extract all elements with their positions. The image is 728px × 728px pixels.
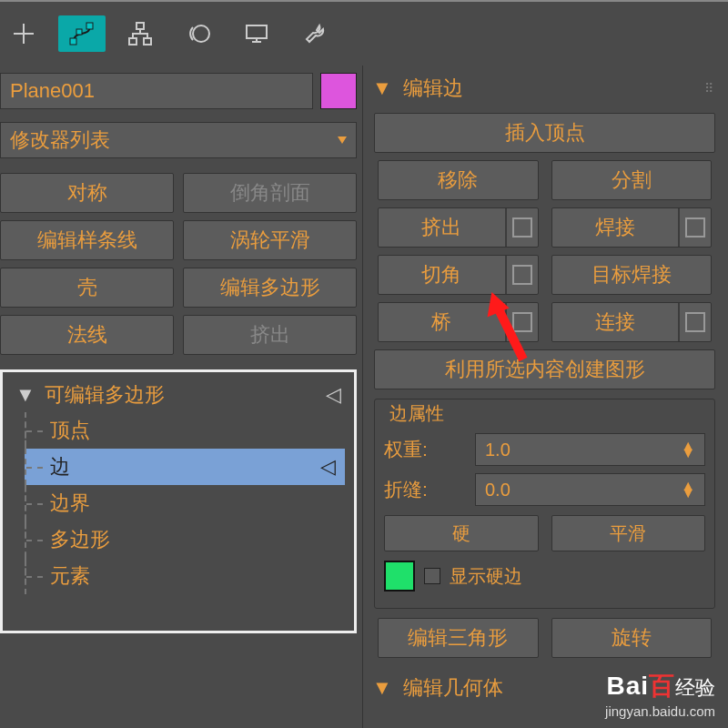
- bridge-button[interactable]: 桥: [378, 302, 539, 342]
- spinner-arrows-icon[interactable]: ▲▼: [681, 482, 695, 497]
- mod-edit-spline[interactable]: 编辑样条线: [0, 220, 174, 260]
- grip-icon: ⠿: [704, 81, 715, 96]
- mod-normal[interactable]: 法线: [0, 315, 174, 355]
- stack-header-label: 可编辑多边形: [45, 381, 165, 409]
- add-icon[interactable]: [0, 15, 47, 52]
- mod-edit-poly[interactable]: 编辑多边形: [183, 268, 357, 308]
- spinner-arrows-icon[interactable]: ▲▼: [681, 442, 695, 457]
- settings-box-icon[interactable]: [678, 208, 711, 247]
- chamfer-button[interactable]: 切角: [378, 255, 539, 295]
- crease-spinner[interactable]: 0.0▲▼: [475, 473, 705, 506]
- svg-rect-5: [144, 38, 151, 45]
- insert-vertex-button[interactable]: 插入顶点: [374, 113, 715, 153]
- extrude-button[interactable]: 挤出: [378, 207, 539, 248]
- split-button[interactable]: 分割: [551, 160, 713, 200]
- stack-item-edge[interactable]: 边◁: [25, 449, 345, 485]
- edit-triangulation-button[interactable]: 编辑三角形: [378, 618, 539, 658]
- svg-rect-7: [247, 25, 267, 38]
- left-panel: 修改器列表 对称倒角剖面 编辑样条线涡轮平滑 壳编辑多边形 法线挤出 ▼可编辑多…: [0, 66, 362, 728]
- weight-spinner[interactable]: 1.0▲▼: [475, 433, 705, 466]
- settings-box-icon[interactable]: [505, 208, 538, 247]
- target-weld-button[interactable]: 目标焊接: [551, 255, 713, 295]
- weld-button[interactable]: 焊接: [551, 207, 713, 248]
- mod-symmetry[interactable]: 对称: [0, 173, 174, 213]
- stack-item-edge-label: 边: [50, 453, 70, 480]
- display-icon[interactable]: [233, 15, 280, 52]
- watermark: Bai百经验 jingyan.baidu.com: [605, 669, 715, 719]
- mod-chamfer-profile[interactable]: 倒角剖面: [183, 173, 357, 213]
- modify-icon[interactable]: [58, 15, 106, 52]
- modifier-list-label: 修改器列表: [10, 126, 110, 154]
- smooth-button[interactable]: 平滑: [551, 515, 706, 551]
- crease-label: 折缝:: [384, 477, 466, 502]
- object-name-input[interactable]: [0, 73, 313, 109]
- triangle-down-icon: ▼: [15, 383, 35, 407]
- settings-box-icon[interactable]: [505, 303, 538, 341]
- mod-shell[interactable]: 壳: [0, 268, 174, 308]
- show-hard-edge-checkbox[interactable]: [424, 568, 440, 584]
- rollout-edit-geometry-title: 编辑几何体: [403, 674, 503, 702]
- stack-item-polygon[interactable]: 多边形: [25, 521, 345, 558]
- motion-icon[interactable]: [175, 15, 222, 52]
- object-color-swatch[interactable]: [320, 73, 357, 109]
- modifier-list-dropdown[interactable]: 修改器列表: [0, 122, 357, 158]
- settings-box-icon[interactable]: [678, 303, 711, 341]
- connect-button[interactable]: 连接: [551, 302, 713, 342]
- svg-rect-2: [76, 29, 82, 35]
- utilities-icon[interactable]: [291, 15, 339, 52]
- modifier-stack: ▼可编辑多边形◁ 顶点 边◁ 边界 多边形 元素: [0, 369, 357, 633]
- stack-item-element[interactable]: 元素: [25, 558, 345, 594]
- stack-header[interactable]: ▼可编辑多边形◁: [12, 378, 345, 412]
- triangle-left-icon: ◁: [326, 383, 341, 407]
- svg-point-6: [193, 25, 209, 42]
- svg-rect-0: [70, 38, 76, 45]
- svg-rect-1: [86, 23, 93, 29]
- svg-rect-3: [136, 23, 144, 29]
- rollout-edit-edge-header[interactable]: ▼编辑边⠿: [369, 66, 721, 107]
- stack-item-border[interactable]: 边界: [25, 485, 345, 521]
- edge-attributes-title: 边属性: [384, 401, 450, 426]
- edge-attributes-group: 边属性 权重:1.0▲▼ 折缝:0.0▲▼ 硬平滑 显示硬边: [374, 399, 715, 609]
- svg-rect-4: [129, 38, 136, 45]
- command-panel-toolbar: [0, 0, 728, 66]
- modifier-buttons: 对称倒角剖面 编辑样条线涡轮平滑 壳编辑多边形 法线挤出: [0, 173, 357, 355]
- triangle-left-icon: ◁: [320, 455, 336, 479]
- create-shape-button[interactable]: 利用所选内容创建图形: [374, 349, 715, 389]
- right-panel: ▼编辑边⠿ 插入顶点 移除分割 挤出焊接 切角目标焊接 桥连接 利用所选内容创建…: [362, 66, 728, 728]
- rollout-edit-edge-title: 编辑边: [403, 75, 463, 102]
- stack-item-vertex[interactable]: 顶点: [25, 412, 345, 449]
- hierarchy-icon[interactable]: [116, 15, 164, 52]
- remove-button[interactable]: 移除: [378, 160, 539, 200]
- triangle-down-icon: ▼: [372, 676, 392, 700]
- settings-box-icon[interactable]: [505, 256, 538, 294]
- hard-button[interactable]: 硬: [384, 515, 539, 551]
- triangle-down-icon: ▼: [372, 76, 392, 100]
- mod-turbosmooth[interactable]: 涡轮平滑: [183, 220, 357, 260]
- hard-edge-color-swatch[interactable]: [384, 561, 415, 592]
- turn-button[interactable]: 旋转: [551, 618, 713, 658]
- mod-extrude[interactable]: 挤出: [183, 315, 357, 355]
- weight-label: 权重:: [384, 437, 466, 462]
- show-hard-edge-label: 显示硬边: [450, 564, 522, 589]
